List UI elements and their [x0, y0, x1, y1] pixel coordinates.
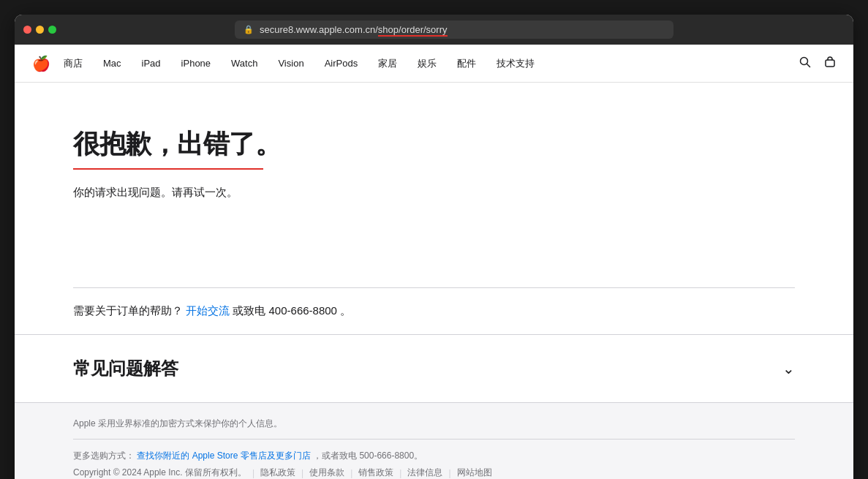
- chat-link[interactable]: 开始交流: [186, 304, 230, 317]
- footer-copyright: Copyright © 2024 Apple Inc. 保留所有权利。 | 隐私…: [73, 467, 795, 479]
- find-store-link[interactable]: 查找你附近的 Apple Store 零售店及更多门店: [137, 450, 310, 461]
- nav-item-accessories[interactable]: 配件: [447, 45, 486, 83]
- nav-icons: [799, 56, 836, 71]
- browser-window: 🔒 secure8.www.apple.com.cn/shop/order/so…: [15, 15, 853, 479]
- nav-item-store[interactable]: 商店: [53, 45, 93, 83]
- svg-line-1: [807, 64, 810, 67]
- sitemap-link[interactable]: 网站地图: [457, 467, 492, 479]
- footer-sep-5: |: [448, 468, 450, 478]
- close-button[interactable]: [23, 26, 31, 34]
- nav-item-support[interactable]: 技术支持: [486, 45, 545, 83]
- lock-icon: 🔒: [244, 25, 254, 34]
- footer-sep-4: |: [399, 468, 401, 478]
- search-icon[interactable]: [799, 56, 811, 71]
- browser-chrome: 🔒 secure8.www.apple.com.cn/shop/order/so…: [15, 15, 853, 45]
- more-options-suffix: ，或者致电 500-666-8800。: [313, 450, 423, 461]
- url-text: secure8.www.apple.com.cn/shop/order/sorr…: [260, 24, 448, 35]
- error-title: 很抱歉，出错了。: [73, 127, 795, 162]
- footer: Apple 采用业界标准的加密方式来保护你的个人信息。 更多选购方式： 查找你附…: [15, 403, 853, 479]
- nav-item-iphone[interactable]: iPhone: [171, 45, 221, 83]
- nav-item-watch[interactable]: Watch: [221, 45, 268, 83]
- error-underline: [73, 168, 263, 170]
- nav-item-home[interactable]: 家居: [368, 45, 407, 83]
- footer-sep-1: |: [252, 468, 254, 478]
- footer-sep-3: |: [350, 468, 352, 478]
- help-prefix: 需要关于订单的帮助？: [73, 304, 183, 317]
- svg-rect-2: [826, 60, 834, 67]
- url-path-highlight: shop/order/sorry: [378, 24, 448, 37]
- copyright-text: Copyright © 2024 Apple Inc. 保留所有权利。: [73, 467, 246, 479]
- footer-sep-2: |: [301, 468, 303, 478]
- error-subtitle: 你的请求出现问题。请再试一次。: [73, 186, 795, 200]
- sales-link[interactable]: 销售政策: [358, 467, 393, 479]
- nav-item-entertainment[interactable]: 娱乐: [407, 45, 447, 83]
- privacy-link[interactable]: 隐私政策: [260, 467, 295, 479]
- nav-item-ipad[interactable]: iPad: [132, 45, 171, 83]
- chevron-down-icon: ⌄: [782, 360, 795, 377]
- help-section: 需要关于订单的帮助？ 开始交流 或致电 400-666-8800 。: [15, 288, 853, 335]
- legal-link[interactable]: 法律信息: [407, 467, 442, 479]
- nav-item-mac[interactable]: Mac: [93, 45, 132, 83]
- browser-controls: [23, 26, 56, 34]
- help-suffix: 或致电 400-666-8800 。: [233, 304, 351, 317]
- terms-link[interactable]: 使用条款: [309, 467, 344, 479]
- faq-section[interactable]: 常见问题解答 ⌄: [15, 335, 853, 403]
- nav-item-vision[interactable]: Vision: [268, 45, 314, 83]
- address-bar[interactable]: 🔒 secure8.www.apple.com.cn/shop/order/so…: [235, 20, 673, 39]
- nav-items: 商店 Mac iPad iPhone Watch Vision AirPods …: [53, 45, 799, 83]
- footer-security-text: Apple 采用业界标准的加密方式来保护你的个人信息。: [73, 418, 795, 440]
- nav-bar: 🍎 商店 Mac iPad iPhone Watch Vision AirPod…: [15, 45, 853, 83]
- more-options-prefix: 更多选购方式：: [73, 450, 135, 461]
- maximize-button[interactable]: [48, 26, 56, 34]
- minimize-button[interactable]: [36, 26, 44, 34]
- footer-more-options: 更多选购方式： 查找你附近的 Apple Store 零售店及更多门店 ，或者致…: [73, 450, 795, 462]
- apple-logo[interactable]: 🍎: [32, 55, 50, 72]
- nav-item-airpods[interactable]: AirPods: [314, 45, 369, 83]
- faq-title: 常见问题解答: [73, 357, 178, 380]
- main-content: 很抱歉，出错了。 你的请求出现问题。请再试一次。: [15, 83, 853, 287]
- bag-icon[interactable]: [824, 56, 836, 71]
